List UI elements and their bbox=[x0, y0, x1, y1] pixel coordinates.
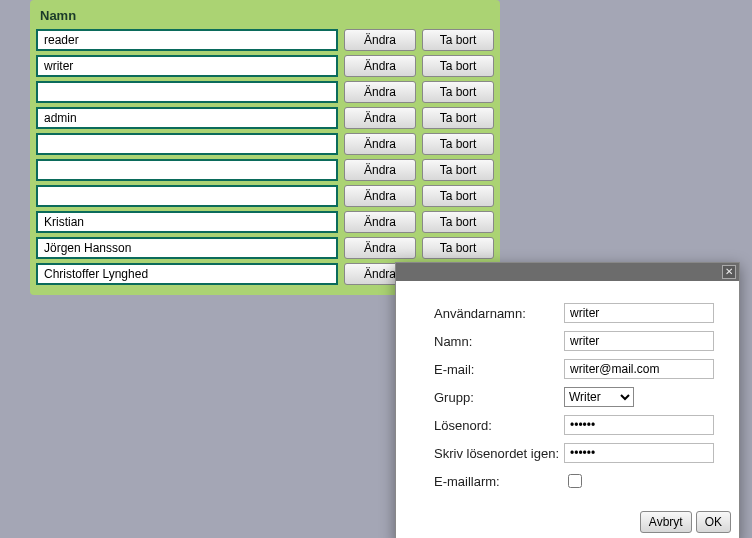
delete-button[interactable]: Ta bort bbox=[422, 107, 494, 129]
user-table-panel: Namn Ändra Ta bort Ändra Ta bort Ändra T… bbox=[30, 0, 500, 295]
edit-button[interactable]: Ändra bbox=[344, 185, 416, 207]
form-row-group: Grupp: Writer bbox=[434, 387, 723, 407]
email-alarm-checkbox[interactable] bbox=[568, 474, 582, 488]
delete-button[interactable]: Ta bort bbox=[422, 81, 494, 103]
label-email: E-mail: bbox=[434, 362, 564, 377]
edit-button[interactable]: Ändra bbox=[344, 159, 416, 181]
table-row: Ändra Ta bort bbox=[36, 185, 494, 207]
table-row: Ändra Ta bort bbox=[36, 237, 494, 259]
table-row: Ändra Ta bort bbox=[36, 81, 494, 103]
delete-button[interactable]: Ta bort bbox=[422, 237, 494, 259]
group-select[interactable]: Writer bbox=[564, 387, 634, 407]
delete-button[interactable]: Ta bort bbox=[422, 55, 494, 77]
table-row: Ändra Ta bort bbox=[36, 55, 494, 77]
label-group: Grupp: bbox=[434, 390, 564, 405]
edit-button[interactable]: Ändra bbox=[344, 81, 416, 103]
label-username: Användarnamn: bbox=[434, 306, 564, 321]
label-password2: Skriv lösenordet igen: bbox=[434, 446, 564, 461]
form-row-password: Lösenord: bbox=[434, 415, 723, 435]
delete-button[interactable]: Ta bort bbox=[422, 159, 494, 181]
column-header-name: Namn bbox=[36, 4, 494, 29]
delete-button[interactable]: Ta bort bbox=[422, 29, 494, 51]
name-input[interactable] bbox=[36, 263, 338, 285]
form-row-email-alarm: E-maillarm: bbox=[434, 471, 723, 491]
name-field[interactable] bbox=[564, 331, 714, 351]
name-input[interactable] bbox=[36, 211, 338, 233]
name-input[interactable] bbox=[36, 29, 338, 51]
password-field[interactable] bbox=[564, 415, 714, 435]
name-input[interactable] bbox=[36, 159, 338, 181]
email-field[interactable] bbox=[564, 359, 714, 379]
delete-button[interactable]: Ta bort bbox=[422, 185, 494, 207]
edit-button[interactable]: Ändra bbox=[344, 211, 416, 233]
edit-button[interactable]: Ändra bbox=[344, 133, 416, 155]
delete-button[interactable]: Ta bort bbox=[422, 133, 494, 155]
dialog-titlebar[interactable]: ✕ bbox=[396, 263, 739, 281]
name-input[interactable] bbox=[36, 133, 338, 155]
edit-button[interactable]: Ändra bbox=[344, 237, 416, 259]
ok-button[interactable]: OK bbox=[696, 511, 731, 533]
table-row: Ändra Ta bort bbox=[36, 211, 494, 233]
form-row-password2: Skriv lösenordet igen: bbox=[434, 443, 723, 463]
name-input[interactable] bbox=[36, 107, 338, 129]
label-name: Namn: bbox=[434, 334, 564, 349]
username-field[interactable] bbox=[564, 303, 714, 323]
name-input[interactable] bbox=[36, 81, 338, 103]
delete-button[interactable]: Ta bort bbox=[422, 211, 494, 233]
dialog-footer: Avbryt OK bbox=[396, 507, 739, 538]
name-input[interactable] bbox=[36, 185, 338, 207]
close-icon[interactable]: ✕ bbox=[722, 265, 736, 279]
password-repeat-field[interactable] bbox=[564, 443, 714, 463]
form-row-email: E-mail: bbox=[434, 359, 723, 379]
table-row: Ändra Ta bort bbox=[36, 159, 494, 181]
edit-button[interactable]: Ändra bbox=[344, 29, 416, 51]
edit-button[interactable]: Ändra bbox=[344, 55, 416, 77]
name-input[interactable] bbox=[36, 55, 338, 77]
edit-user-dialog: ✕ Användarnamn: Namn: E-mail: Grupp: Wri… bbox=[395, 262, 740, 538]
form-row-name: Namn: bbox=[434, 331, 723, 351]
cancel-button[interactable]: Avbryt bbox=[640, 511, 692, 533]
label-password: Lösenord: bbox=[434, 418, 564, 433]
table-row: Ändra Ta bort bbox=[36, 29, 494, 51]
dialog-body: Användarnamn: Namn: E-mail: Grupp: Write… bbox=[396, 281, 739, 507]
label-email-alarm: E-maillarm: bbox=[434, 474, 564, 489]
table-row: Ändra Ta bort bbox=[36, 107, 494, 129]
table-row: Ändra Ta bort bbox=[36, 133, 494, 155]
edit-button[interactable]: Ändra bbox=[344, 107, 416, 129]
name-input[interactable] bbox=[36, 237, 338, 259]
form-row-username: Användarnamn: bbox=[434, 303, 723, 323]
